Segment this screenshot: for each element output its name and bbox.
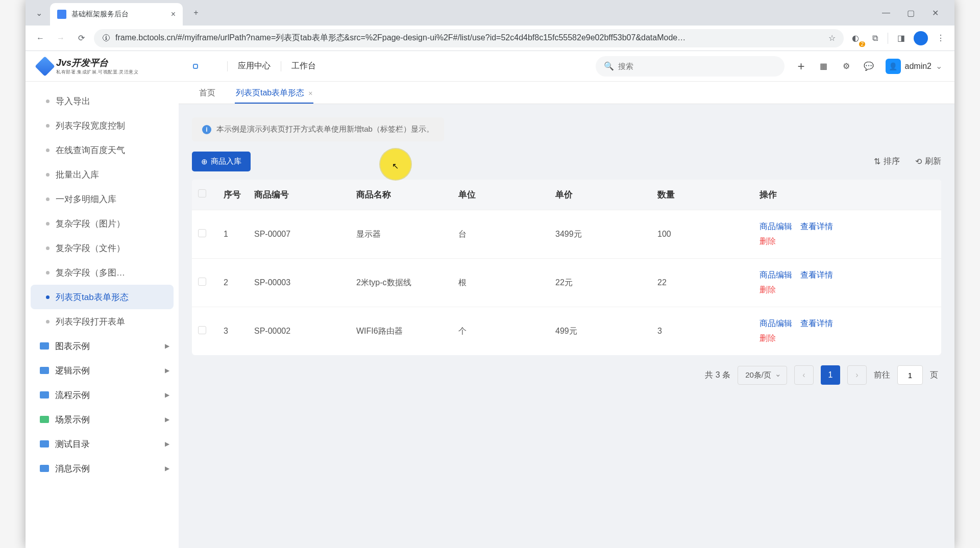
- side-panel-icon[interactable]: ◨: [894, 32, 908, 45]
- grid-apps-icon[interactable]: ▦: [818, 61, 829, 72]
- info-alert: i 本示例是演示列表页打开方式表单使用新增tab（标签栏）显示。: [192, 117, 444, 141]
- sidebar-item-import-export[interactable]: 导入导出: [31, 89, 174, 113]
- bookmark-star-icon[interactable]: ☆: [828, 33, 836, 43]
- browser-tab[interactable]: 基础框架服务后台 ×: [50, 3, 183, 26]
- sidebar-item-batch-stock[interactable]: 批量出入库: [31, 162, 174, 187]
- edit-link[interactable]: 商品编辑: [760, 221, 792, 232]
- close-window-icon[interactable]: ✕: [930, 8, 940, 18]
- url-bar[interactable]: 🛈 frame.bctools.cn/#/myiframe/urlPath?na…: [94, 29, 844, 47]
- action-label: 刷新: [925, 156, 941, 167]
- minimize-icon[interactable]: —: [881, 8, 891, 18]
- refresh-button[interactable]: ⟲刷新: [915, 156, 941, 167]
- main-area: 首页 列表页tab表单形态 × ↖ i 本示例是演示列表页打开方式表单使用新增t…: [179, 82, 954, 548]
- row-checkbox[interactable]: [198, 229, 206, 237]
- app-logo[interactable]: Jvs开发平台 私有部署.集成扩展.可视配置.灵活意义: [38, 57, 138, 76]
- sidebar-item-column-width[interactable]: 列表字段宽度控制: [31, 113, 174, 138]
- search-box[interactable]: 🔍: [596, 56, 785, 77]
- action-label: 排序: [884, 156, 900, 167]
- extensions-icon[interactable]: ⧉: [868, 32, 881, 45]
- edit-link[interactable]: 商品编辑: [760, 318, 792, 329]
- info-icon: i: [202, 125, 211, 134]
- tab-home[interactable]: 首页: [189, 88, 226, 104]
- close-icon[interactable]: ×: [171, 10, 176, 19]
- sidebar-item-label: 复杂字段（文件）: [56, 242, 125, 254]
- back-button[interactable]: ←: [33, 31, 48, 46]
- cell-index: 3: [217, 307, 248, 356]
- page-size-label: 20条/页: [745, 370, 771, 379]
- next-page-button[interactable]: ›: [847, 365, 867, 385]
- sidebar-group-message[interactable]: 消息示例▶: [31, 456, 174, 481]
- sidebar-item-complex-image[interactable]: 复杂字段（图片）: [31, 211, 174, 236]
- delete-link[interactable]: 删除: [760, 236, 776, 247]
- sidebar-item-list-tab-form[interactable]: 列表页tab表单形态: [31, 285, 174, 309]
- delete-link[interactable]: 删除: [760, 333, 776, 344]
- avatar-icon: 👤: [886, 59, 901, 74]
- page-size-select[interactable]: 20条/页: [738, 366, 787, 385]
- sidebar-group-chart[interactable]: 图表示例▶: [31, 334, 174, 358]
- chevron-right-icon: ▶: [165, 367, 169, 374]
- th-index: 序号: [217, 180, 248, 210]
- nav-workbench[interactable]: 工作台: [291, 61, 316, 71]
- sidebar-group-label: 图表示例: [55, 340, 90, 352]
- comment-icon[interactable]: 💬: [863, 61, 874, 72]
- view-link[interactable]: 查看详情: [800, 221, 833, 232]
- profile-icon[interactable]: [914, 31, 928, 45]
- chevron-right-icon: ▶: [165, 416, 169, 423]
- tab-dropdown-icon[interactable]: ⌄: [30, 4, 48, 22]
- page-number-current[interactable]: 1: [821, 365, 840, 385]
- sort-button[interactable]: ⇅排序: [874, 156, 900, 167]
- logo-icon: [35, 56, 55, 77]
- row-checkbox[interactable]: [198, 326, 206, 334]
- cell-qty: 22: [651, 259, 753, 307]
- sidebar-group-flow[interactable]: 流程示例▶: [31, 383, 174, 407]
- apps-grid-icon[interactable]: [189, 60, 202, 72]
- th-price: 单价: [549, 180, 651, 210]
- goto-page-input[interactable]: [897, 365, 923, 385]
- edit-link[interactable]: 商品编辑: [760, 270, 792, 281]
- table-row: 1 SP-00007 显示器 台 3499元 100 商品编辑 查看详情 删除: [192, 210, 941, 259]
- search-icon: 🔍: [604, 61, 614, 71]
- chevron-right-icon: ▶: [165, 465, 169, 472]
- sidebar-group-logic[interactable]: 逻辑示例▶: [31, 358, 174, 383]
- sidebar-group-test[interactable]: 测试目录▶: [31, 432, 174, 456]
- th-actions: 操作: [753, 180, 941, 210]
- sidebar-item-detail-stock[interactable]: 一对多明细入库: [31, 187, 174, 211]
- forward-button[interactable]: →: [53, 31, 68, 46]
- sidebar-item-label: 在线查询百度天气: [56, 144, 125, 156]
- add-stock-button[interactable]: ⊕ 商品入库: [192, 152, 251, 171]
- close-icon[interactable]: ×: [308, 89, 312, 97]
- sidebar-item-complex-multi[interactable]: 复杂字段（多图…: [31, 260, 174, 285]
- prev-page-button[interactable]: ‹: [794, 365, 814, 385]
- view-link[interactable]: 查看详情: [800, 318, 833, 329]
- new-tab-button[interactable]: +: [187, 4, 205, 22]
- row-checkbox[interactable]: [198, 278, 206, 286]
- sidebar-group-label: 场景示例: [55, 414, 90, 426]
- view-link[interactable]: 查看详情: [800, 270, 833, 281]
- sidebar-item-weather[interactable]: 在线查询百度天气: [31, 138, 174, 162]
- sidebar-item-complex-file[interactable]: 复杂字段（文件）: [31, 236, 174, 260]
- cell-unit: 个: [452, 307, 549, 356]
- sidebar-item-field-open-form[interactable]: 列表字段打开表单: [31, 309, 174, 334]
- th-name: 商品名称: [350, 180, 452, 210]
- maximize-icon[interactable]: ▢: [905, 8, 916, 18]
- add-icon[interactable]: +: [796, 61, 807, 72]
- site-info-icon[interactable]: 🛈: [102, 34, 110, 43]
- search-input[interactable]: [618, 62, 776, 70]
- cell-name: 显示器: [350, 210, 452, 259]
- th-unit: 单位: [452, 180, 549, 210]
- sidebar-group-scene[interactable]: 场景示例▶: [31, 407, 174, 432]
- notifications-badge-icon[interactable]: ◐2: [849, 32, 862, 45]
- tab-current[interactable]: 列表页tab表单形态 ×: [226, 88, 323, 104]
- nav-app-center[interactable]: 应用中心: [238, 61, 271, 71]
- cell-qty: 3: [651, 307, 753, 356]
- delete-link[interactable]: 删除: [760, 285, 776, 295]
- browser-tab-title: 基础框架服务后台: [71, 10, 166, 19]
- reload-button[interactable]: ⟳: [74, 31, 89, 46]
- username-label: admin2: [905, 62, 932, 71]
- menu-icon[interactable]: ⋮: [934, 32, 947, 45]
- user-menu[interactable]: 👤 admin2 ⌄: [886, 59, 942, 74]
- favicon-icon: [57, 10, 66, 19]
- settings-gear-icon[interactable]: ⚙: [841, 61, 852, 72]
- select-all-checkbox[interactable]: [198, 189, 206, 197]
- cell-code: SP-00007: [248, 210, 350, 259]
